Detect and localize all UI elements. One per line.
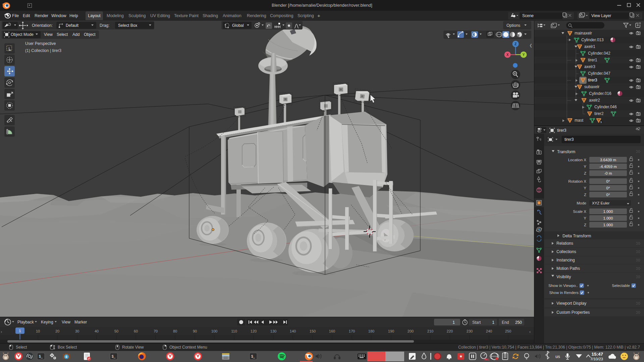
svg-text:Z: Z	[584, 171, 586, 175]
svg-text:Cylinder.046: Cylinder.046	[594, 105, 617, 109]
svg-text:Collection | tirer3 | Verts:10: Collection | tirer3 | Verts:10,754 | Fac…	[458, 345, 640, 350]
svg-text:60: 60	[134, 329, 138, 333]
svg-text:Cylinder.016: Cylinder.016	[589, 91, 611, 96]
svg-text:tirer2: tirer2	[594, 111, 604, 116]
svg-text:Orientation:: Orientation:	[32, 23, 53, 28]
svg-text:Drag:: Drag:	[100, 23, 109, 28]
svg-text:Selectable: Selectable	[612, 284, 630, 288]
svg-text:-4.4059 m: -4.4059 m	[599, 165, 617, 169]
svg-text:tirer3: tirer3	[588, 78, 597, 82]
svg-text:-0 m: -0 m	[604, 171, 612, 175]
svg-text:Marker: Marker	[74, 320, 87, 324]
svg-text:210: 210	[427, 329, 433, 333]
svg-text:axelr2: axelr2	[589, 98, 600, 103]
svg-text:Y: Y	[584, 186, 586, 190]
svg-text:180: 180	[368, 329, 374, 333]
svg-text:Scale X: Scale X	[573, 209, 586, 214]
svg-text:0°: 0°	[606, 179, 610, 183]
svg-text:1: 1	[452, 320, 455, 325]
svg-text:Object Context Menu: Object Context Menu	[169, 345, 207, 350]
svg-text:240: 240	[486, 329, 492, 333]
svg-text:130: 130	[270, 329, 276, 333]
svg-text:tirer1: tirer1	[588, 58, 597, 62]
svg-text:220: 220	[447, 329, 453, 333]
svg-text:Y: Y	[584, 165, 586, 169]
svg-text:140: 140	[290, 329, 296, 333]
svg-text:mainaxelr: mainaxelr	[575, 31, 592, 36]
svg-text:›: ›	[1, 329, 2, 334]
svg-text:‹: ‹	[529, 329, 531, 334]
svg-text:0°: 0°	[606, 193, 610, 197]
svg-text:Z: Z	[584, 223, 586, 227]
svg-text:Viewport Display: Viewport Display	[556, 301, 586, 306]
svg-text:Rotation X: Rotation X	[568, 179, 586, 183]
svg-text:Z: Z	[584, 193, 586, 197]
svg-text:Delta Transform: Delta Transform	[562, 234, 591, 238]
svg-text:100: 100	[211, 329, 217, 333]
svg-text:120: 120	[251, 329, 257, 333]
svg-text:Scene: Scene	[522, 13, 534, 18]
svg-text:80: 80	[173, 329, 177, 333]
svg-text:Add: Add	[72, 32, 79, 37]
svg-text:Y: Y	[584, 216, 586, 220]
svg-text:7/10/23: 7/10/23	[590, 357, 603, 361]
svg-text:Relations: Relations	[556, 241, 573, 246]
svg-text:axelr3: axelr3	[584, 64, 595, 69]
svg-text:Object: Object	[84, 32, 96, 37]
svg-text:200: 200	[408, 329, 414, 333]
svg-text:View: View	[62, 320, 70, 324]
svg-text:Cylinder.042: Cylinder.042	[588, 51, 610, 56]
svg-text:X: X	[506, 53, 509, 57]
svg-text:subaxelr: subaxelr	[584, 84, 599, 89]
svg-text:40: 40	[95, 329, 99, 333]
svg-text:Cylinder.013: Cylinder.013	[581, 38, 604, 42]
svg-text:tirer3: tirer3	[565, 137, 574, 142]
svg-text:us: us	[555, 354, 560, 359]
svg-text:Default: Default	[66, 23, 79, 28]
svg-text:Custom Properties: Custom Properties	[556, 310, 590, 315]
svg-text:1.000: 1.000	[603, 209, 613, 214]
svg-text:1.000: 1.000	[603, 223, 613, 227]
svg-text:150: 150	[310, 329, 316, 333]
svg-text:XYZ Euler: XYZ Euler	[592, 201, 610, 205]
svg-text:Global: Global	[232, 23, 244, 28]
svg-text:View: View	[44, 32, 53, 37]
svg-text:Show in Renders: Show in Renders	[549, 291, 579, 295]
svg-text:Rotate View: Rotate View	[122, 345, 144, 350]
svg-text:Transform: Transform	[557, 149, 575, 154]
svg-text:Object Mode: Object Mode	[11, 32, 34, 37]
svg-text:Show in Viewpo..: Show in Viewpo..	[548, 284, 578, 288]
svg-text:250: 250	[505, 329, 511, 333]
svg-text:170: 170	[349, 329, 355, 333]
svg-text:Select: Select	[57, 32, 68, 37]
svg-text:Z: Z	[515, 42, 517, 46]
svg-text:15:47: 15:47	[591, 352, 603, 357]
svg-text:★: ★	[459, 354, 463, 359]
svg-text:Select Box: Select Box	[118, 23, 137, 28]
svg-text:mast: mast	[575, 118, 584, 123]
svg-text:3.6439 m: 3.6439 m	[600, 158, 616, 162]
svg-text:190: 190	[388, 329, 394, 333]
svg-text:axelr1: axelr1	[584, 44, 595, 49]
svg-text:50: 50	[114, 329, 118, 333]
svg-text:User Perspective: User Perspective	[25, 41, 56, 46]
svg-text:tirer3: tirer3	[557, 128, 567, 133]
svg-text:End: End	[502, 320, 509, 325]
svg-text:230: 230	[467, 329, 473, 333]
svg-text:0°: 0°	[606, 186, 610, 190]
svg-text:Instancing: Instancing	[556, 258, 575, 262]
svg-text:10: 10	[36, 329, 40, 333]
svg-text:Cylinder.047: Cylinder.047	[588, 71, 610, 76]
svg-text:Start: Start	[472, 320, 481, 325]
svg-text:1: 1	[19, 329, 21, 333]
svg-text:Collections: Collections	[556, 249, 576, 254]
svg-text:(1) Collection | tirer3: (1) Collection | tirer3	[25, 48, 61, 53]
svg-text:Keying: Keying	[41, 320, 53, 324]
svg-text:90: 90	[193, 329, 197, 333]
svg-text:110: 110	[231, 329, 237, 333]
svg-text:View Layer: View Layer	[591, 13, 611, 18]
svg-text:Y: Y	[523, 53, 525, 57]
svg-text:70: 70	[154, 329, 158, 333]
svg-text:Location X: Location X	[568, 158, 587, 162]
svg-text:20: 20	[55, 329, 59, 333]
